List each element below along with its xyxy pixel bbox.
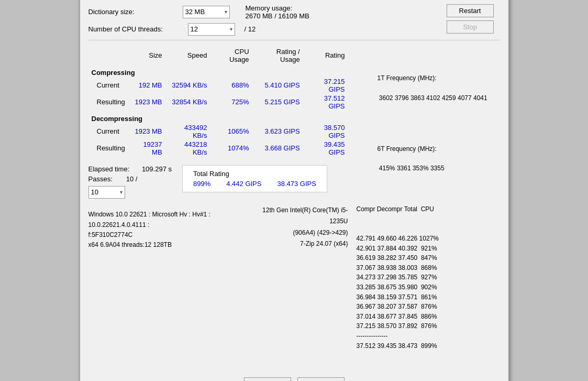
passes-value: 10 / xyxy=(126,175,138,183)
total-rating-box: Total Rating 899% 4.442 GIPS 38.473 GIPS xyxy=(182,165,327,192)
elapsed-time-label: Elapsed time: xyxy=(88,165,130,173)
memory-usage-label: Memory usage: xyxy=(246,4,293,12)
col-header-name xyxy=(88,47,128,64)
col-header-rating-usage: Rating / Usage xyxy=(252,47,303,64)
benchmark-window: Benchmark — □ ✕ Dictionary size: 32 MB ▾… xyxy=(80,0,509,381)
compress-resulting-row: Resulting 1923 MB 32854 KB/s 725% 5.215 … xyxy=(88,94,348,111)
decompressing-label: Decompressing xyxy=(88,111,348,123)
cpu-threads-arrow: ▾ xyxy=(230,26,232,32)
rp-table-header: Compr Decompr Total CPU xyxy=(357,204,500,214)
decompress-resulting-speed: 443218 KB/s xyxy=(165,140,210,157)
rp-row-5: 33.285 38.675 35.980 902% xyxy=(357,282,500,292)
total-rating-pct: 899% xyxy=(193,180,210,188)
rp-row-2: 36.619 38.282 37.450 847% xyxy=(357,253,500,263)
compress-current-rating-usage: 5.410 GIPS xyxy=(252,77,303,94)
main-body: Size Speed CPU Usage Rating / Usage Rati… xyxy=(88,45,500,371)
os-line3: x64 6.9A04 threads:12 128TB xyxy=(88,240,255,250)
frequency-panel: 1T Frequency (MHz): 3602 3796 3863 4102 … xyxy=(357,45,500,371)
compress-current-cpu: 688% xyxy=(210,77,252,94)
decompress-current-label: Current xyxy=(88,123,128,140)
passes-label: Passes: xyxy=(88,175,113,183)
cpu-threads-label: Number of CPU threads: xyxy=(88,25,183,33)
compress-current-size: 192 MB xyxy=(128,77,165,94)
compress-resulting-rating: 37.512 GIPS xyxy=(303,94,348,111)
rp-row-6: 36.984 38.159 37.571 861% xyxy=(357,292,500,302)
total-rating-gips1: 4.442 GIPS xyxy=(226,180,261,188)
cpu-detail: (906A4) (429->429) xyxy=(254,227,348,239)
compress-resulting-rating-usage: 5.215 GIPS xyxy=(252,94,303,111)
decompress-current-row: Current 1923 MB 433492 KB/s 1065% 3.623 … xyxy=(88,123,348,140)
freq-1t-values: 3602 3796 3863 4102 4259 4077 4041 xyxy=(378,94,487,102)
decompress-resulting-row: Resulting 19237 MB 443218 KB/s 1074% 3.6… xyxy=(88,140,348,157)
rp-row-3: 37.067 38.938 38.003 868% xyxy=(357,263,500,273)
thread-slash: / 12 xyxy=(245,25,256,33)
compress-current-rating: 37.215 GIPS xyxy=(303,77,348,94)
rp-row-0: 42.791 49.660 46.226 1027% xyxy=(357,234,500,244)
left-panel: Size Speed CPU Usage Rating / Usage Rati… xyxy=(88,45,348,371)
cancel-button[interactable]: Cancel xyxy=(297,377,345,381)
decompress-resulting-rating: 39.435 GIPS xyxy=(303,140,348,157)
decompress-current-speed: 433492 KB/s xyxy=(165,123,210,140)
compress-current-row: Current 192 MB 32594 KB/s 688% 5.410 GIP… xyxy=(88,77,348,94)
compress-resulting-label: Resulting xyxy=(88,94,128,111)
rp-row-1: 42.901 37.884 40.392 921% xyxy=(357,244,500,254)
section-decompressing: Decompressing xyxy=(88,111,348,123)
decompress-resulting-label: Resulting xyxy=(88,140,128,157)
total-rating-label: Total Rating xyxy=(193,170,316,178)
cpu-threads-value: 12 xyxy=(191,25,198,33)
rp-row-11: 37.512 39.435 38.473 899% xyxy=(357,341,500,351)
system-info: Windows 10.0 22621 : Microsoft Hv : Hv#1… xyxy=(88,205,348,250)
memory-usage-value: 2670 MB / 16109 MB xyxy=(246,12,309,20)
passes-select-value: 10 xyxy=(91,188,98,196)
compress-resulting-cpu: 725% xyxy=(210,94,252,111)
passes-arrow: ▾ xyxy=(120,189,123,195)
benchmark-table: Size Speed CPU Usage Rating / Usage Rati… xyxy=(88,47,348,157)
col-header-rating: Rating xyxy=(303,47,348,64)
rp-row-9: 37.215 38.570 37.892 876% xyxy=(357,321,500,331)
compressing-label: Compressing xyxy=(88,64,348,77)
help-button[interactable]: Help xyxy=(244,377,291,381)
freq-6t-values: 415% 3361 353% 3355 xyxy=(378,165,445,172)
right-panel: 1T Frequency (MHz): 3602 3796 3863 4102 … xyxy=(348,45,500,371)
os-line2: f:5F310C2774C xyxy=(88,230,255,240)
stop-button[interactable]: Stop xyxy=(447,20,494,34)
total-rating-gips2: 38.473 GIPS xyxy=(277,180,316,188)
elapsed-time-value: 109.297 s xyxy=(142,165,172,173)
section-compressing: Compressing xyxy=(88,64,348,77)
decompress-resulting-rating-usage: 3.668 GIPS xyxy=(252,140,303,157)
os-line1: Windows 10.0 22621 : Microsoft Hv : Hv#1… xyxy=(88,210,255,230)
col-header-cpu: CPU Usage xyxy=(210,47,252,64)
memory-usage-section: Memory usage: 2670 MB / 16109 MB xyxy=(246,4,309,20)
decompress-current-size: 1923 MB xyxy=(128,123,165,140)
bottom-buttons: Help Cancel xyxy=(88,377,500,381)
freq-6t-label: 6T Frequency (MHz): xyxy=(378,145,437,153)
rp-row-7: 36.967 38.207 37.587 876% xyxy=(357,302,500,312)
rp-rows: 42.791 49.660 46.226 1027%42.901 37.884 … xyxy=(357,234,500,351)
window-content: Dictionary size: 32 MB ▾ Memory usage: 2… xyxy=(80,0,508,381)
rp-row-8: 37.014 38.677 37.845 886% xyxy=(357,312,500,322)
restart-button[interactable]: Restart xyxy=(447,4,494,17)
freq-1t-label: 1T Frequency (MHz): xyxy=(378,74,437,82)
dict-size-select[interactable]: 32 MB ▾ xyxy=(183,6,230,18)
compress-resulting-size: 1923 MB xyxy=(128,94,165,111)
total-rating-values: 899% 4.442 GIPS 38.473 GIPS xyxy=(193,180,316,188)
compress-current-label: Current xyxy=(88,77,128,94)
col-header-speed: Speed xyxy=(165,47,210,64)
rp-row-10: --------------- xyxy=(357,331,500,341)
decompress-current-rating-usage: 3.623 GIPS xyxy=(252,123,303,140)
decompress-resulting-size: 19237 MB xyxy=(128,140,165,157)
cpu-threads-select[interactable]: 12 ▾ xyxy=(188,23,235,36)
col-header-size: Size xyxy=(128,47,165,64)
rp-row-4: 34.273 37.298 35.785 927% xyxy=(357,273,500,282)
elapsed-passes-section: Elapsed time: 109.297 s Passes: 10 / 10 … xyxy=(88,165,172,199)
system-info-right: 12th Gen Intel(R) Core(TM) i5-1235U (906… xyxy=(254,205,348,250)
dict-size-arrow: ▾ xyxy=(225,9,227,15)
passes-select[interactable]: 10 ▾ xyxy=(88,186,125,199)
decompress-resulting-cpu: 1074% xyxy=(210,140,252,157)
cpu-name: 12th Gen Intel(R) Core(TM) i5-1235U xyxy=(254,205,348,227)
dict-size-label: Dictionary size: xyxy=(88,8,183,16)
compress-resulting-speed: 32854 KB/s xyxy=(165,94,210,111)
decompress-current-cpu: 1065% xyxy=(210,123,252,140)
decompress-current-rating: 38.570 GIPS xyxy=(303,123,348,140)
dict-size-value: 32 MB xyxy=(185,8,205,16)
